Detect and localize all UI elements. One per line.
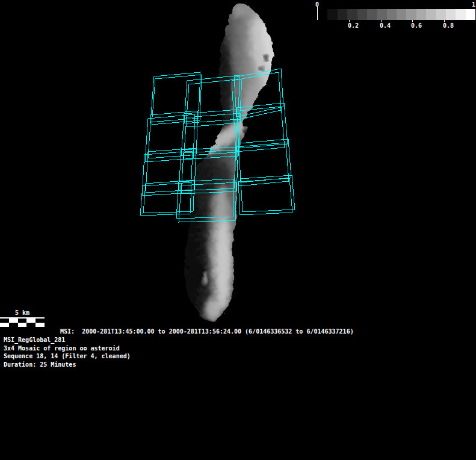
scalebar-cell — [9, 319, 18, 323]
colorbar-step — [338, 9, 347, 20]
colorbar-step — [367, 9, 377, 20]
scalebar: 5 km — [0, 309, 45, 327]
status-instrument-label: MSI: — [60, 328, 75, 335]
msi-mosaic-display: { "app": { "background": "#000000", "tex… — [0, 0, 476, 460]
scalebar-checker — [0, 317, 45, 327]
colorbar-step — [377, 9, 386, 20]
colorbar-tick-label: 0.4 — [380, 22, 391, 30]
colorbar-tick-label: 0.8 — [443, 22, 454, 30]
colorbar-ticks: 0.20.40.60.8 — [318, 20, 475, 32]
scalebar-cell — [26, 319, 36, 323]
scalebar-cell — [0, 319, 9, 323]
asteroid-image — [175, 0, 283, 328]
main-canvas[interactable] — [0, 0, 476, 460]
mosaic-footprint-echo-row3-col1 — [142, 151, 193, 196]
mosaic-footprint-echo-row4-col1 — [140, 182, 191, 216]
mosaic-footprint-echo-row1-col1 — [152, 75, 202, 125]
colorbar-step — [397, 9, 406, 20]
colorbar-step — [406, 9, 416, 20]
status-time-range: 2000-281T13:45:00.00 to 2000-281T13:56:2… — [82, 328, 354, 335]
colorbar-step — [347, 9, 357, 20]
observation-info-block: MSI_RegGlobal_2813x4 Mosaic of region oo… — [4, 336, 131, 368]
scalebar-cell — [9, 323, 18, 327]
colorbar-step — [446, 9, 456, 20]
scalebar-cell — [0, 323, 9, 327]
colorbar-step — [387, 9, 397, 20]
colorbar-step — [327, 9, 337, 20]
info-line: Sequence 18, 14 (Filter 4, cleaned) — [4, 352, 131, 361]
scalebar-cell — [26, 323, 36, 327]
colorbar-step — [436, 9, 446, 20]
colorbar-max-label: 1 — [472, 1, 475, 8]
scalebar-cell — [36, 319, 45, 323]
colorbar-step — [426, 9, 436, 20]
info-line: Duration: 25 Minutes — [4, 361, 131, 369]
scalebar-cell — [18, 323, 27, 327]
scalebar-label: 5 km — [0, 309, 45, 317]
colorbar-step — [466, 9, 475, 20]
colorbar-tick-label: 0.6 — [411, 22, 422, 30]
mosaic-footprint-row4-col3 — [241, 175, 295, 212]
info-line: 3x4 Mosaic of region oo asteroid — [4, 344, 131, 353]
info-line: MSI_RegGlobal_281 — [4, 336, 131, 344]
scalebar-cell — [36, 323, 45, 327]
colorbar-gradient — [318, 9, 475, 20]
colorbar-step — [416, 9, 426, 20]
status-line: MSI:2000-281T13:45:00.00 to 2000-281T13:… — [53, 320, 354, 335]
colorbar-step — [318, 9, 327, 20]
colorbar-step — [357, 9, 367, 20]
colorbar: 0 1 0.20.40.60.8 — [0, 0, 476, 33]
scalebar-cell — [18, 319, 27, 323]
colorbar-tick-label: 0.2 — [348, 22, 359, 30]
colorbar-step — [456, 9, 465, 20]
